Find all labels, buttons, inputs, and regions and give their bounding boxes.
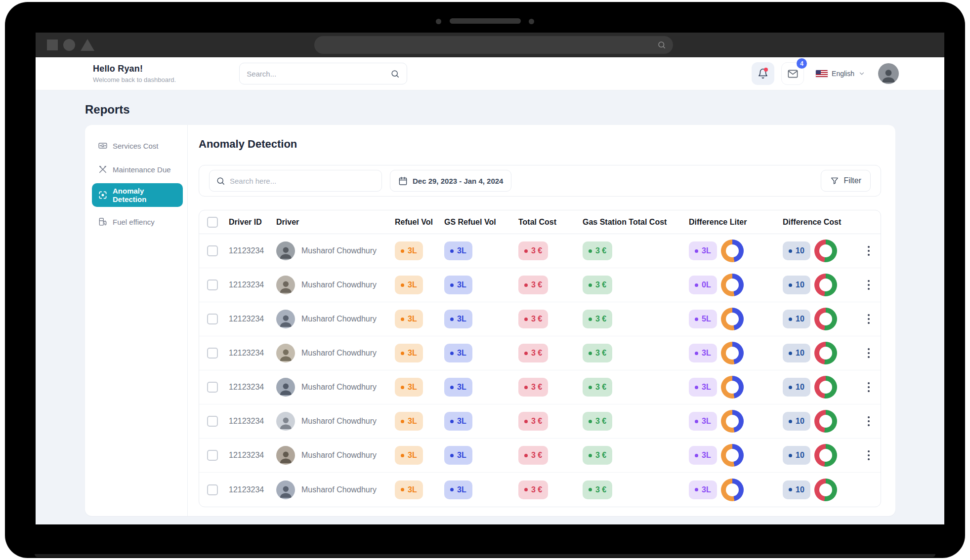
refuel-vol-badge: 3L: [395, 480, 423, 499]
person-icon: [278, 380, 294, 397]
column-header: Total Cost: [518, 218, 583, 227]
sidebar-item-label: Services Cost: [113, 142, 159, 150]
difference-cost-badge: 10: [783, 378, 810, 397]
browser-address-bar[interactable]: [314, 36, 673, 54]
difference-cost-badge: 10: [783, 480, 810, 499]
window-circle-icon[interactable]: [63, 39, 75, 51]
driver-name: Musharof Chowdhury: [301, 349, 377, 358]
row-menu-button[interactable]: [862, 241, 875, 261]
camera-dot: [436, 19, 441, 24]
difference-liter-cell: 3L: [689, 410, 783, 433]
driver-cell: Musharof Chowdhury: [276, 446, 395, 465]
row-checkbox[interactable]: [207, 245, 218, 256]
difference-cost-cell: 10: [783, 308, 857, 330]
us-flag-icon: [816, 70, 828, 78]
filter-label: Filter: [843, 176, 861, 185]
driver-id: 12123234: [229, 485, 276, 494]
messages-button[interactable]: 4: [781, 62, 804, 85]
difference-liter-badge: 3L: [689, 412, 717, 431]
total-cost-badge: 3 €: [518, 446, 548, 465]
liter-donut-chart: [721, 274, 744, 296]
header-search[interactable]: [239, 63, 407, 84]
window-triangle-icon[interactable]: [81, 39, 94, 51]
greeting-title: Hello Ryan!: [93, 64, 176, 74]
difference-cost-badge: 10: [783, 310, 810, 328]
table-search[interactable]: [209, 170, 382, 192]
chevron-down-icon: [858, 70, 865, 77]
table-search-input[interactable]: [230, 177, 375, 185]
column-header: Difference Liter: [689, 218, 783, 227]
row-menu-button[interactable]: [862, 343, 875, 363]
column-header: Driver ID: [229, 218, 276, 227]
cost-donut-chart: [814, 444, 837, 467]
cost-donut-chart: [814, 240, 837, 262]
window-square-icon[interactable]: [47, 40, 58, 50]
person-icon: [278, 483, 294, 499]
notifications-button[interactable]: [752, 62, 774, 85]
difference-cost-badge: 10: [783, 446, 810, 465]
filter-button[interactable]: Filter: [821, 170, 871, 192]
reports-card: Services Cost Maintenance Due Anomaly De…: [85, 125, 895, 516]
page-background: Reports Services Cost Maintenance Due An…: [36, 90, 944, 524]
difference-cost-cell: 10: [783, 410, 857, 433]
difference-liter-badge: 0L: [689, 276, 717, 294]
difference-cost-cell: 10: [783, 479, 857, 501]
row-checkbox[interactable]: [207, 280, 218, 290]
user-avatar[interactable]: [878, 63, 899, 84]
refuel-vol-badge: 3L: [395, 241, 423, 260]
row-checkbox[interactable]: [207, 450, 218, 461]
language-selector[interactable]: English: [816, 70, 865, 78]
table-row: 12123234 Musharof Chowdhury 3L 3L 3 € 3 …: [199, 439, 881, 473]
sidebar-item-maintenance-due[interactable]: Maintenance Due: [93, 160, 181, 179]
driver-id: 12123234: [229, 280, 276, 289]
column-header: GS Refuel Vol: [444, 218, 518, 227]
row-checkbox[interactable]: [207, 382, 218, 393]
select-all-checkbox[interactable]: [207, 217, 218, 228]
driver-cell: Musharof Chowdhury: [276, 480, 395, 499]
difference-cost-badge: 10: [783, 241, 810, 260]
driver-id: 12123234: [229, 383, 276, 392]
scan-icon: [98, 190, 108, 200]
row-checkbox[interactable]: [207, 484, 218, 495]
person-icon: [278, 414, 294, 431]
driver-id: 12123234: [229, 451, 276, 460]
driver-cell: Musharof Chowdhury: [276, 412, 395, 431]
difference-liter-cell: 5L: [689, 308, 783, 330]
difference-cost-badge: 10: [783, 344, 810, 362]
difference-liter-badge: 3L: [689, 344, 717, 362]
row-menu-button[interactable]: [862, 445, 875, 465]
gs-total-cost-badge: 3 €: [583, 276, 612, 294]
person-icon: [278, 278, 294, 294]
liter-donut-chart: [721, 308, 744, 330]
gs-refuel-vol-badge: 3L: [444, 412, 472, 431]
table-row: 12123234 Musharof Chowdhury 3L 3L 3 € 3 …: [199, 336, 881, 370]
app-header: Hello Ryan! Welcome back to dashboard. 4: [36, 57, 944, 90]
cost-donut-chart: [814, 376, 837, 399]
sidebar-item-label: Anomaly Detection: [113, 187, 177, 203]
driver-cell: Musharof Chowdhury: [276, 276, 395, 294]
table-row: 12123234 Musharof Chowdhury 3L 3L 3 € 3 …: [199, 302, 881, 336]
date-range-button[interactable]: Dec 29, 2023 - Jan 4, 2024: [390, 170, 511, 192]
sidebar-item-services-cost[interactable]: Services Cost: [93, 136, 181, 156]
row-menu-button[interactable]: [862, 377, 875, 397]
header-search-input[interactable]: [247, 70, 390, 78]
row-menu-button[interactable]: [862, 275, 875, 295]
window-controls[interactable]: [47, 39, 94, 51]
gs-refuel-vol-badge: 3L: [444, 344, 472, 362]
row-checkbox[interactable]: [207, 416, 218, 427]
difference-cost-badge: 10: [783, 412, 810, 431]
driver-avatar: [276, 412, 295, 431]
driver-id: 12123234: [229, 349, 276, 358]
row-checkbox[interactable]: [207, 314, 218, 324]
gs-total-cost-badge: 3 €: [583, 344, 612, 362]
laptop-frame: Hello Ryan! Welcome back to dashboard. 4: [5, 2, 965, 558]
row-menu-button[interactable]: [862, 309, 875, 329]
difference-cost-badge: 10: [783, 276, 810, 294]
sidebar-item-fuel-effiency[interactable]: Fuel effiency: [93, 212, 181, 232]
row-menu-button[interactable]: [862, 411, 875, 431]
sidebar-item-anomaly-detection[interactable]: Anomaly Detection: [92, 183, 183, 207]
liter-donut-chart: [721, 376, 744, 399]
difference-cost-cell: 10: [783, 444, 857, 467]
row-checkbox[interactable]: [207, 348, 218, 359]
screen: Hello Ryan! Welcome back to dashboard. 4: [36, 33, 944, 524]
